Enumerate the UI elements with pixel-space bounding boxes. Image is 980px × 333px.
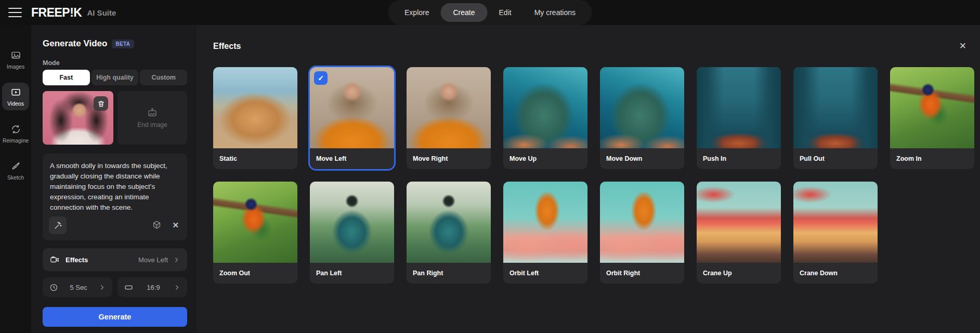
mode-fast[interactable]: Fast: [43, 70, 90, 85]
aspect-ratio-selector[interactable]: 16:9: [117, 277, 187, 297]
effect-card-pull-out[interactable]: Pull Out: [793, 67, 878, 169]
effect-card-pan-left[interactable]: Pan Left: [310, 182, 394, 284]
sidebar-item-label: Sketch: [7, 174, 24, 181]
effect-label: Move Right: [407, 148, 491, 169]
sidebar-item-sketch[interactable]: Sketch: [2, 157, 29, 184]
sidebar-item-reimagine[interactable]: Reimagine: [2, 120, 29, 147]
effect-card-move-left[interactable]: Move Left ✓: [310, 67, 394, 169]
effect-label: Pan Right: [407, 263, 491, 284]
effect-card-push-in[interactable]: Push In: [697, 67, 781, 169]
panel-title: Generate Video: [43, 39, 107, 49]
effect-label: Move Down: [600, 148, 684, 169]
effect-label: Move Up: [503, 148, 587, 169]
aspect-ratio-value: 16:9: [147, 284, 160, 291]
sidebar: Images Videos Reimagine Sketch: [0, 25, 31, 333]
effect-card-move-right[interactable]: Move Right: [407, 67, 491, 169]
effect-thumbnail: [503, 182, 587, 263]
effect-thumbnail: [600, 67, 684, 148]
effects-panel-title: Effects: [213, 42, 241, 51]
effect-thumbnail: [890, 67, 974, 148]
effect-label: Zoom Out: [213, 263, 297, 284]
effect-card-orbit-left[interactable]: Orbit Left: [503, 182, 587, 284]
ai-suite-label: AI Suite: [87, 8, 116, 17]
hamburger-menu-icon[interactable]: [8, 8, 22, 17]
trash-icon: [97, 100, 105, 108]
chevron-right-icon: [99, 284, 106, 291]
clear-prompt-icon[interactable]: ✕: [172, 221, 179, 229]
top-bar: FREEP!K AI Suite Explore Create Edit My …: [0, 0, 980, 25]
prompt-input[interactable]: A smooth dolly in towards the subject, g…: [43, 153, 187, 240]
main-nav: Explore Create Edit My creations: [388, 0, 592, 25]
effects-panel: Effects ✕ Static Move Left ✓ Move Right …: [197, 25, 980, 333]
nav-my-creations[interactable]: My creations: [523, 0, 587, 25]
videos-icon: [10, 87, 21, 98]
mode-segmented-control: Fast High quality Custom: [43, 70, 187, 85]
sketch-brush-icon: [10, 161, 21, 172]
effect-label: Move Left: [310, 148, 394, 169]
effect-card-move-down[interactable]: Move Down: [600, 67, 684, 169]
effect-card-zoom-in[interactable]: Zoom In: [890, 67, 974, 169]
end-image-label: End image: [137, 121, 167, 129]
effect-card-static[interactable]: Static: [213, 67, 297, 169]
start-image-thumbnail[interactable]: [43, 91, 113, 145]
selected-check-icon: ✓: [314, 71, 328, 85]
sidebar-item-videos[interactable]: Videos: [2, 83, 29, 110]
effect-label: Static: [213, 148, 297, 169]
sidebar-item-label: Reimagine: [3, 137, 29, 144]
random-prompt-dice-icon[interactable]: [152, 220, 162, 230]
effect-label: Orbit Left: [503, 263, 587, 284]
sidebar-item-images[interactable]: Images: [2, 46, 29, 73]
effect-thumbnail: [503, 67, 587, 148]
effect-thumbnail: [407, 182, 491, 263]
chevron-right-icon: [173, 257, 180, 263]
mode-high-quality[interactable]: High quality: [92, 70, 139, 85]
beta-badge: BETA: [112, 40, 134, 48]
effect-thumbnail: [793, 182, 878, 263]
effect-card-orbit-right[interactable]: Orbit Right: [600, 182, 684, 284]
effects-selector-label: Effects: [66, 256, 88, 264]
effect-label: Crane Up: [697, 263, 781, 284]
duration-selector[interactable]: 5 Sec: [43, 277, 112, 297]
enhance-prompt-button[interactable]: [49, 216, 67, 234]
effect-thumbnail: [213, 182, 297, 263]
mode-custom[interactable]: Custom: [140, 70, 187, 85]
nav-create[interactable]: Create: [440, 3, 487, 22]
effect-thumbnail: [213, 67, 297, 148]
prompt-text[interactable]: A smooth dolly in towards the subject, g…: [50, 161, 180, 213]
effect-card-crane-down[interactable]: Crane Down: [793, 182, 878, 284]
generate-video-panel: Generate Video BETA Mode Fast High quali…: [31, 25, 197, 333]
clock-icon: [49, 283, 58, 292]
generate-button[interactable]: Generate: [43, 307, 187, 327]
effect-label: Orbit Right: [600, 263, 684, 284]
freepik-logo[interactable]: FREEP!K: [31, 6, 82, 20]
aspect-ratio-icon: [124, 283, 133, 292]
end-image-icon: [147, 107, 158, 118]
nav-explore[interactable]: Explore: [393, 0, 440, 25]
effect-label: Pan Left: [310, 263, 394, 284]
effect-thumbnail: [407, 67, 491, 148]
effect-card-zoom-out[interactable]: Zoom Out: [213, 182, 297, 284]
images-icon: [10, 50, 21, 61]
effect-thumbnail: [310, 182, 394, 263]
magic-wand-icon: [54, 221, 62, 230]
effect-card-pan-right[interactable]: Pan Right: [407, 182, 491, 284]
video-camera-icon: [50, 255, 59, 264]
sidebar-item-label: Images: [7, 63, 24, 70]
reimagine-icon: [10, 124, 21, 135]
effect-label: Crane Down: [793, 263, 878, 284]
effects-selector-value: Move Left: [138, 256, 168, 264]
delete-start-image-button[interactable]: [94, 96, 108, 111]
effects-selector[interactable]: Effects Move Left: [43, 248, 187, 271]
sidebar-item-label: Videos: [7, 100, 24, 107]
effect-thumbnail: [600, 182, 684, 263]
effect-card-move-up[interactable]: Move Up: [503, 67, 587, 169]
close-effects-panel-icon[interactable]: ✕: [959, 42, 966, 50]
effect-label: Pull Out: [793, 148, 878, 169]
nav-edit[interactable]: Edit: [488, 0, 523, 25]
effect-label: Push In: [697, 148, 781, 169]
chevron-right-icon: [174, 284, 180, 291]
end-image-upload[interactable]: End image: [117, 91, 187, 145]
effect-card-crane-up[interactable]: Crane Up: [697, 182, 781, 284]
effects-grid: Static Move Left ✓ Move Right Move Up Mo…: [213, 67, 980, 284]
effect-thumbnail: [697, 182, 781, 263]
